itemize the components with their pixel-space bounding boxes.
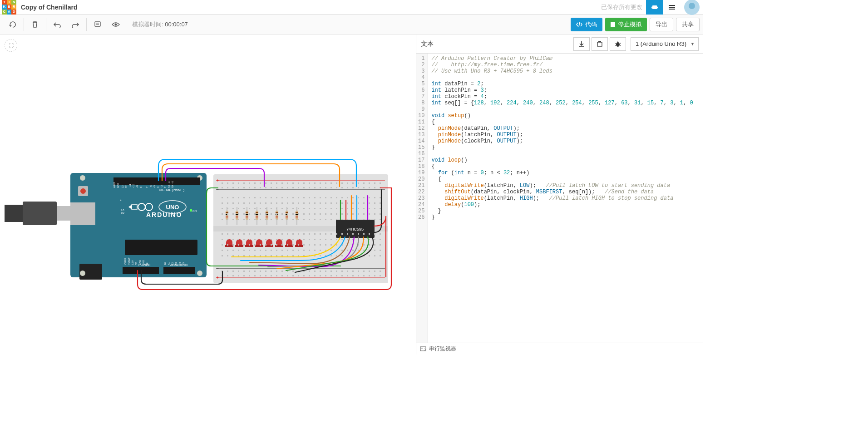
libraries-button[interactable]	[592, 37, 608, 51]
arduino-uno[interactable]: UNO ARDUINO DIGITAL (PWM ~) ANALOG IN PO…	[70, 173, 207, 280]
svg-rect-272	[336, 208, 337, 209]
svg-rect-549	[374, 275, 375, 276]
svg-rect-345	[243, 233, 245, 235]
list-view-button[interactable]	[663, 0, 681, 15]
svg-rect-245	[352, 202, 354, 204]
svg-rect-508	[314, 271, 316, 272]
svg-rect-385	[298, 239, 299, 240]
svg-rect-26	[125, 240, 197, 255]
svg-rect-207	[309, 197, 310, 198]
svg-rect-244	[347, 202, 348, 204]
svg-text:RX: RX	[121, 212, 124, 215]
code-editor[interactable]: 1234567891011121314151617181920212223242…	[416, 54, 703, 343]
svg-text:TX→1: TX→1	[168, 182, 170, 188]
breadboard[interactable]: + − − + 74HC595	[213, 174, 388, 283]
svg-rect-208	[314, 197, 316, 198]
svg-rect-320	[271, 219, 272, 220]
export-button[interactable]: 导出	[650, 18, 673, 31]
svg-rect-230	[271, 202, 272, 204]
svg-rect-446	[303, 250, 305, 251]
svg-rect-4	[657, 6, 658, 6]
redo-button[interactable]	[66, 15, 84, 34]
svg-rect-459	[374, 250, 375, 251]
stop-simulation-button[interactable]: 停止模拟	[605, 18, 647, 31]
code-button[interactable]: 代码	[571, 18, 602, 31]
svg-text:2: 2	[164, 187, 167, 188]
svg-rect-246	[358, 202, 359, 204]
zoom-fit-button[interactable]: ⛶	[5, 39, 17, 52]
svg-text:~6: ~6	[149, 185, 152, 188]
svg-rect-155	[352, 182, 354, 184]
svg-rect-243	[341, 202, 343, 204]
svg-rect-104	[246, 214, 248, 215]
svg-rect-525	[243, 275, 245, 276]
board-select[interactable]: 1 (Arduino Uno R3)	[631, 37, 699, 51]
download-code-button[interactable]	[573, 37, 590, 51]
visibility-button[interactable]	[107, 15, 125, 34]
debug-button[interactable]	[610, 37, 626, 51]
svg-rect-235	[298, 202, 299, 204]
svg-rect-412	[281, 244, 283, 246]
svg-rect-347	[254, 233, 256, 235]
svg-rect-441	[276, 250, 277, 251]
svg-rect-192	[227, 197, 228, 198]
svg-rect-365	[352, 233, 354, 235]
svg-rect-209	[320, 197, 321, 198]
svg-rect-317	[254, 219, 256, 220]
svg-rect-343	[232, 233, 234, 235]
svg-rect-551	[597, 42, 602, 46]
svg-rect-373	[232, 239, 234, 240]
user-avatar[interactable]	[684, 0, 700, 15]
line-gutter: 1234567891011121314151617181920212223242…	[416, 54, 428, 343]
tinkercad-logo[interactable]: TIN KER CAD	[2, 0, 16, 15]
svg-line-556	[620, 43, 621, 44]
svg-text:~11: ~11	[128, 184, 131, 188]
svg-rect-278	[369, 208, 370, 209]
svg-rect-380	[271, 239, 272, 240]
svg-rect-255	[243, 208, 245, 209]
svg-rect-537	[309, 275, 310, 276]
components-view-button[interactable]	[646, 0, 663, 15]
main: ⛶	[0, 34, 703, 354]
code-lines[interactable]: // Arduino Pattern Creator by PhilCam// …	[428, 54, 696, 343]
svg-rect-461	[222, 255, 223, 256]
undo-button[interactable]	[48, 15, 66, 34]
svg-rect-518	[369, 271, 370, 272]
svg-rect-316	[249, 219, 250, 220]
svg-rect-488	[369, 255, 370, 256]
svg-rect-359	[320, 233, 321, 235]
svg-rect-161	[222, 187, 223, 188]
share-button[interactable]: 共享	[676, 18, 700, 31]
svg-rect-324	[292, 219, 294, 220]
svg-rect-443	[287, 250, 288, 251]
svg-rect-5	[657, 7, 658, 8]
svg-rect-144	[292, 182, 294, 184]
svg-rect-410	[271, 244, 272, 246]
svg-rect-510	[325, 271, 326, 272]
svg-rect-267	[309, 208, 310, 209]
svg-rect-500	[271, 271, 272, 272]
svg-rect-296	[303, 213, 305, 215]
svg-rect-457	[363, 250, 365, 251]
svg-rect-150	[325, 182, 326, 184]
svg-rect-364	[347, 233, 348, 235]
circuit-canvas[interactable]: ⛶	[0, 34, 416, 354]
svg-rect-318	[260, 219, 261, 220]
svg-text:A2: A2	[171, 262, 174, 265]
svg-text:UNO: UNO	[166, 204, 179, 211]
svg-rect-542	[336, 275, 337, 276]
svg-text:4: 4	[157, 187, 159, 188]
code-mode-label[interactable]: 文本	[421, 40, 434, 48]
svg-rect-263	[287, 208, 288, 209]
rotate-button[interactable]	[4, 15, 22, 34]
project-title[interactable]: Copy of Chenillard	[21, 4, 77, 11]
serial-monitor-toggle[interactable]: 串行监视器	[416, 343, 703, 354]
delete-button[interactable]	[26, 15, 44, 34]
notes-button[interactable]	[89, 15, 107, 34]
svg-rect-390	[325, 239, 326, 240]
svg-rect-224	[238, 202, 239, 204]
svg-rect-407	[254, 244, 256, 246]
svg-text:GND: GND	[138, 260, 141, 266]
svg-rect-533	[287, 275, 288, 276]
svg-rect-204	[292, 197, 294, 198]
